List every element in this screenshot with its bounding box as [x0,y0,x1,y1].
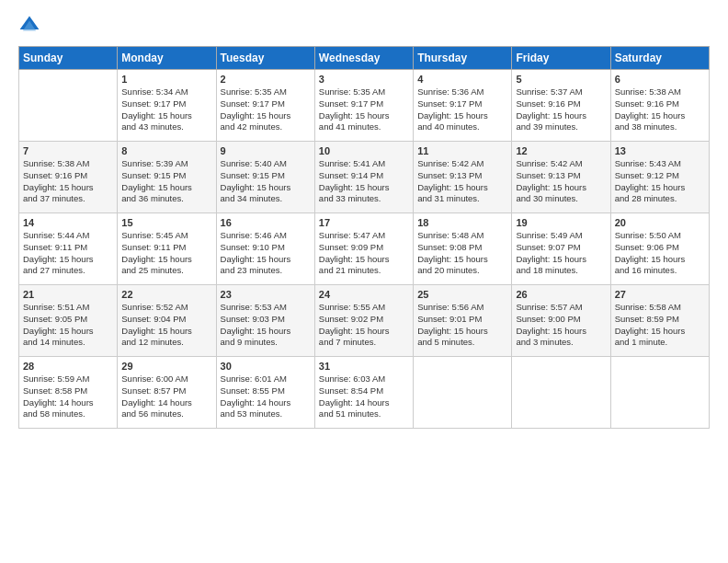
day-number: 27 [615,289,705,300]
day-cell: 24Sunrise: 5:55 AM Sunset: 9:02 PM Dayli… [314,285,413,357]
day-cell: 2Sunrise: 5:35 AM Sunset: 9:17 PM Daylig… [216,70,314,142]
day-number: 16 [221,217,311,228]
day-cell: 6Sunrise: 5:38 AM Sunset: 9:16 PM Daylig… [610,70,709,142]
day-info: Sunrise: 5:35 AM Sunset: 9:17 PM Dayligh… [319,86,409,133]
day-info: Sunrise: 6:03 AM Sunset: 8:54 PM Dayligh… [319,373,409,420]
day-info: Sunrise: 5:39 AM Sunset: 9:15 PM Dayligh… [121,158,211,205]
day-number: 8 [121,145,211,156]
day-info: Sunrise: 5:43 AM Sunset: 9:12 PM Dayligh… [615,158,705,205]
day-number: 6 [615,74,705,85]
week-row-0: 1Sunrise: 5:34 AM Sunset: 9:17 PM Daylig… [19,70,710,142]
day-number: 23 [221,289,311,300]
day-number: 13 [615,145,705,156]
day-cell [610,357,709,429]
day-cell [512,357,610,429]
day-cell: 15Sunrise: 5:45 AM Sunset: 9:11 PM Dayli… [118,213,216,285]
day-cell: 10Sunrise: 5:41 AM Sunset: 9:14 PM Dayli… [314,142,413,213]
day-number: 11 [417,145,507,156]
day-info: Sunrise: 5:58 AM Sunset: 8:59 PM Dayligh… [615,302,705,349]
day-cell: 8Sunrise: 5:39 AM Sunset: 9:15 PM Daylig… [118,142,216,213]
day-cell: 9Sunrise: 5:40 AM Sunset: 9:15 PM Daylig… [216,142,314,213]
header-friday: Friday [512,47,610,70]
day-number: 10 [319,145,409,156]
day-number: 7 [23,145,113,156]
day-number: 21 [23,289,113,300]
header-thursday: Thursday [414,47,512,70]
day-number: 20 [615,217,705,228]
calendar-body: 1Sunrise: 5:34 AM Sunset: 9:17 PM Daylig… [19,70,710,429]
day-info: Sunrise: 5:48 AM Sunset: 9:08 PM Dayligh… [417,230,507,277]
day-number: 15 [121,217,211,228]
day-cell: 31Sunrise: 6:03 AM Sunset: 8:54 PM Dayli… [314,357,413,429]
day-info: Sunrise: 5:53 AM Sunset: 9:03 PM Dayligh… [221,302,311,349]
day-cell: 20Sunrise: 5:50 AM Sunset: 9:06 PM Dayli… [610,213,709,285]
day-info: Sunrise: 6:00 AM Sunset: 8:57 PM Dayligh… [121,373,211,420]
header-row-days: SundayMondayTuesdayWednesdayThursdayFrid… [19,47,710,70]
week-row-2: 14Sunrise: 5:44 AM Sunset: 9:11 PM Dayli… [19,213,710,285]
day-info: Sunrise: 5:45 AM Sunset: 9:11 PM Dayligh… [121,230,211,277]
day-cell: 3Sunrise: 5:35 AM Sunset: 9:17 PM Daylig… [314,70,413,142]
day-info: Sunrise: 5:59 AM Sunset: 8:58 PM Dayligh… [23,373,113,420]
calendar-table: SundayMondayTuesdayWednesdayThursdayFrid… [18,46,710,429]
day-info: Sunrise: 5:42 AM Sunset: 9:13 PM Dayligh… [516,158,606,205]
day-number: 1 [121,74,211,85]
day-number: 29 [121,361,211,372]
page-container: SundayMondayTuesdayWednesdayThursdayFrid… [0,0,728,563]
day-cell: 23Sunrise: 5:53 AM Sunset: 9:03 PM Dayli… [216,285,314,357]
day-info: Sunrise: 5:52 AM Sunset: 9:04 PM Dayligh… [121,302,211,349]
day-info: Sunrise: 5:34 AM Sunset: 9:17 PM Dayligh… [121,86,211,133]
week-row-4: 28Sunrise: 5:59 AM Sunset: 8:58 PM Dayli… [19,357,710,429]
day-number: 9 [221,145,311,156]
day-info: Sunrise: 6:01 AM Sunset: 8:55 PM Dayligh… [221,373,311,420]
header-row [18,15,710,37]
day-info: Sunrise: 5:55 AM Sunset: 9:02 PM Dayligh… [319,302,409,349]
day-info: Sunrise: 5:44 AM Sunset: 9:11 PM Dayligh… [23,230,113,277]
day-info: Sunrise: 5:51 AM Sunset: 9:05 PM Dayligh… [23,302,113,349]
day-number: 18 [417,217,507,228]
day-cell: 7Sunrise: 5:38 AM Sunset: 9:16 PM Daylig… [19,142,118,213]
day-cell: 27Sunrise: 5:58 AM Sunset: 8:59 PM Dayli… [610,285,709,357]
logo-icon [18,15,40,37]
day-info: Sunrise: 5:38 AM Sunset: 9:16 PM Dayligh… [23,158,113,205]
day-cell: 11Sunrise: 5:42 AM Sunset: 9:13 PM Dayli… [414,142,512,213]
day-info: Sunrise: 5:47 AM Sunset: 9:09 PM Dayligh… [319,230,409,277]
day-number: 25 [417,289,507,300]
day-number: 14 [23,217,113,228]
header-wednesday: Wednesday [314,47,413,70]
header-sunday: Sunday [19,47,118,70]
header-tuesday: Tuesday [216,47,314,70]
day-cell: 21Sunrise: 5:51 AM Sunset: 9:05 PM Dayli… [19,285,118,357]
day-cell [414,357,512,429]
day-number: 3 [319,74,409,85]
day-info: Sunrise: 5:40 AM Sunset: 9:15 PM Dayligh… [221,158,311,205]
day-number: 30 [221,361,311,372]
day-info: Sunrise: 5:46 AM Sunset: 9:10 PM Dayligh… [221,230,311,277]
day-info: Sunrise: 5:35 AM Sunset: 9:17 PM Dayligh… [221,86,311,133]
day-cell: 1Sunrise: 5:34 AM Sunset: 9:17 PM Daylig… [118,70,216,142]
day-number: 5 [516,74,606,85]
day-number: 12 [516,145,606,156]
day-number: 4 [417,74,507,85]
day-info: Sunrise: 5:42 AM Sunset: 9:13 PM Dayligh… [417,158,507,205]
day-number: 28 [23,361,113,372]
day-number: 31 [319,361,409,372]
day-cell: 22Sunrise: 5:52 AM Sunset: 9:04 PM Dayli… [118,285,216,357]
day-cell: 25Sunrise: 5:56 AM Sunset: 9:01 PM Dayli… [414,285,512,357]
day-number: 22 [121,289,211,300]
day-cell: 26Sunrise: 5:57 AM Sunset: 9:00 PM Dayli… [512,285,610,357]
day-number: 26 [516,289,606,300]
day-info: Sunrise: 5:56 AM Sunset: 9:01 PM Dayligh… [417,302,507,349]
day-info: Sunrise: 5:38 AM Sunset: 9:16 PM Dayligh… [615,86,705,133]
day-info: Sunrise: 5:49 AM Sunset: 9:07 PM Dayligh… [516,230,606,277]
week-row-1: 7Sunrise: 5:38 AM Sunset: 9:16 PM Daylig… [19,142,710,213]
header-saturday: Saturday [610,47,709,70]
day-number: 2 [221,74,311,85]
day-cell: 12Sunrise: 5:42 AM Sunset: 9:13 PM Dayli… [512,142,610,213]
day-info: Sunrise: 5:37 AM Sunset: 9:16 PM Dayligh… [516,86,606,133]
day-cell: 13Sunrise: 5:43 AM Sunset: 9:12 PM Dayli… [610,142,709,213]
week-row-3: 21Sunrise: 5:51 AM Sunset: 9:05 PM Dayli… [19,285,710,357]
day-cell: 14Sunrise: 5:44 AM Sunset: 9:11 PM Dayli… [19,213,118,285]
day-info: Sunrise: 5:57 AM Sunset: 9:00 PM Dayligh… [516,302,606,349]
day-info: Sunrise: 5:50 AM Sunset: 9:06 PM Dayligh… [615,230,705,277]
day-cell: 16Sunrise: 5:46 AM Sunset: 9:10 PM Dayli… [216,213,314,285]
